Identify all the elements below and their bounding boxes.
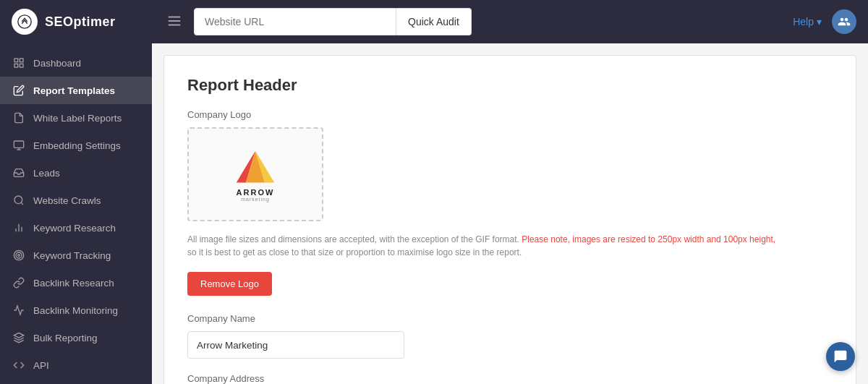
content-panel: Report Header Company Logo [163,55,856,384]
svg-rect-5 [20,59,23,62]
remove-logo-button[interactable]: Remove Logo [187,272,272,296]
sidebar: Dashboard Report Templates White Label R… [0,43,152,384]
main-content: Report Header Company Logo [152,43,868,384]
bar-chart-icon [13,222,25,234]
sidebar-item-api[interactable]: API [0,351,152,379]
svg-point-0 [18,15,31,28]
info-text-end: so it is best to get as close to that si… [187,247,522,257]
svg-marker-19 [14,333,23,338]
arrow-logo-wordmark: ARROW [237,188,275,197]
info-text-highlight: Please note, images are resized to 250px… [522,234,775,244]
sidebar-label-backlink-monitoring: Backlink Monitoring [33,305,118,316]
sidebar-label-keyword-research: Keyword Research [33,223,116,234]
user-avatar[interactable] [832,9,856,34]
sidebar-label-report-templates: Report Templates [33,85,115,96]
logo-upload-box[interactable]: ARROW marketing [187,127,323,221]
company-name-label: Company Name [187,313,833,324]
quick-audit-button[interactable]: Quick Audit [396,8,472,35]
arrow-logo-svg [230,147,281,187]
sidebar-item-keyword-research[interactable]: Keyword Research [0,214,152,242]
sidebar-item-keyword-tracking[interactable]: Keyword Tracking [0,242,152,269]
file-icon [13,112,25,124]
help-chevron-icon: ▾ [817,16,822,27]
sidebar-label-bulk-reporting: Bulk Reporting [33,333,98,344]
help-button[interactable]: Help ▾ [793,16,822,27]
info-text-normal: All image file sizes and dimensions are … [187,234,519,244]
sidebar-item-backlink-research[interactable]: Backlink Research [0,269,152,296]
layers-icon [13,332,25,344]
chat-bubble-button[interactable] [826,342,855,371]
search-icon [13,195,25,206]
monitor-icon [13,140,25,151]
topbar-middle: Quick Audit [152,7,781,37]
sidebar-label-dashboard: Dashboard [33,58,81,69]
code-icon [13,359,25,371]
arrow-logo: ARROW marketing [230,147,281,202]
help-label: Help [793,16,814,27]
sidebar-label-white-label: White Label Reports [33,113,122,124]
sidebar-item-bulk-reporting[interactable]: Bulk Reporting [0,324,152,351]
grid-icon [13,57,25,69]
sidebar-label-api: API [33,360,49,371]
inbox-icon [13,167,25,179]
svg-rect-4 [14,59,18,62]
topbar-right: Help ▾ [781,9,868,34]
link-icon [13,277,25,289]
chat-icon [833,349,848,364]
svg-point-11 [14,196,22,204]
svg-point-17 [16,252,22,258]
brand-logo-icon [12,9,38,35]
layout: Dashboard Report Templates White Label R… [0,43,868,384]
sidebar-label-embedding: Embedding Settings [33,140,121,151]
svg-rect-8 [14,141,23,148]
svg-rect-7 [20,64,23,67]
topbar: SEOptimer Quick Audit Help ▾ [0,0,868,43]
sidebar-item-leads[interactable]: Leads [0,159,152,187]
target-icon [13,249,25,261]
sidebar-item-report-templates[interactable]: Report Templates [0,77,152,104]
sidebar-label-backlink-research: Backlink Research [33,278,114,289]
arrow-logo-sub: marketing [241,197,270,202]
company-logo-label: Company Logo [187,109,833,120]
svg-rect-6 [14,64,18,67]
section-title: Report Header [187,76,833,95]
hamburger-button[interactable] [161,7,188,37]
company-name-input[interactable] [187,331,404,359]
url-input[interactable] [194,8,396,35]
company-address-label: Company Address [187,373,833,384]
activity-icon [13,304,25,316]
sidebar-item-backlink-monitoring[interactable]: Backlink Monitoring [0,296,152,324]
logo-area: SEOptimer [0,9,152,35]
sidebar-item-website-crawls[interactable]: Website Crawls [0,187,152,214]
edit-icon [13,85,25,96]
svg-point-18 [18,255,20,257]
svg-line-12 [21,202,23,205]
brand-logo-text: SEOptimer [45,14,116,30]
sidebar-label-keyword-tracking: Keyword Tracking [33,250,111,261]
sidebar-item-dashboard[interactable]: Dashboard [0,49,152,77]
sidebar-item-embedding-settings[interactable]: Embedding Settings [0,132,152,159]
sidebar-label-leads: Leads [33,168,60,179]
sidebar-item-white-label-reports[interactable]: White Label Reports [0,104,152,132]
info-text: All image file sizes and dimensions are … [187,233,780,259]
sidebar-label-website-crawls: Website Crawls [33,195,101,206]
